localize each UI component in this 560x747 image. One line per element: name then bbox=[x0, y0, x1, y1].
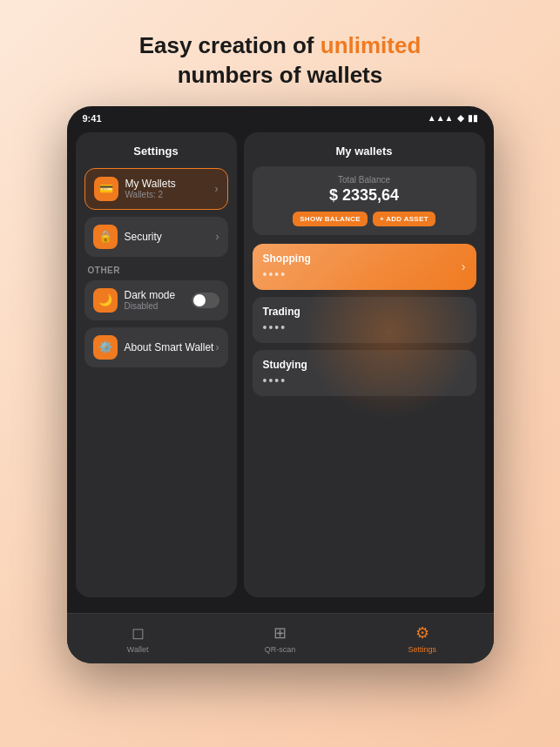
tablet-frame: 9:41 ▲▲▲ ◆ ▮▮ Settings 💳 My Wallets Wall… bbox=[67, 106, 494, 663]
my-wallets-label: My Wallets bbox=[125, 178, 215, 190]
security-label: Security bbox=[125, 231, 216, 243]
studying-dots: •••• bbox=[263, 374, 307, 387]
about-chevron: › bbox=[216, 341, 219, 353]
security-icon: 🔒 bbox=[93, 225, 118, 249]
headline-highlight: unlimited bbox=[320, 32, 422, 58]
dark-mode-sub: Disabled bbox=[125, 301, 192, 311]
dark-mode-item[interactable]: 🌙 Dark mode Disabled bbox=[84, 280, 228, 320]
nav-settings[interactable]: ⚙ Settings bbox=[351, 623, 493, 654]
bottom-nav: ◻ Wallet ⊞ QR-scan ⚙ Settings bbox=[67, 613, 494, 663]
my-wallets-text: My Wallets Wallets: 2 bbox=[125, 178, 215, 199]
shopping-name: Shopping bbox=[263, 252, 311, 265]
security-text: Security bbox=[125, 231, 216, 243]
settings-title: Settings bbox=[84, 145, 228, 158]
about-label: About Smart Wallet bbox=[125, 341, 216, 353]
headline-part2: numbers of wallets bbox=[178, 62, 383, 88]
status-icons: ▲▲▲ ◆ ▮▮ bbox=[428, 113, 478, 123]
add-asset-btn[interactable]: + ADD ASSET bbox=[373, 212, 435, 226]
settings-panel: Settings 💳 My Wallets Wallets: 2 › 🔒 Sec… bbox=[76, 132, 237, 597]
status-bar: 9:41 ▲▲▲ ◆ ▮▮ bbox=[67, 106, 494, 127]
balance-card: Total Balance $ 2335,64 SHOW BALANCE + A… bbox=[253, 166, 476, 235]
wallet-studying[interactable]: Studying •••• bbox=[253, 350, 476, 396]
page-headline: Easy creation of unlimited numbers of wa… bbox=[139, 31, 422, 91]
headline-part1: Easy creation of bbox=[139, 32, 320, 58]
wallet-trading[interactable]: Trading •••• bbox=[253, 297, 476, 343]
my-wallets-chevron: › bbox=[215, 183, 219, 195]
dark-mode-text: Dark mode Disabled bbox=[125, 289, 192, 311]
wallet-shopping[interactable]: Shopping •••• › bbox=[253, 244, 476, 290]
my-wallets-icon: 💳 bbox=[94, 177, 118, 201]
about-text: About Smart Wallet bbox=[125, 341, 216, 353]
trading-dots: •••• bbox=[263, 320, 300, 334]
trading-info: Trading •••• bbox=[263, 306, 300, 334]
wallets-title: My wallets bbox=[253, 145, 476, 158]
shopping-chevron: › bbox=[462, 259, 466, 273]
nav-qr-scan[interactable]: ⊞ QR-scan bbox=[209, 623, 351, 654]
nav-wallet[interactable]: ◻ Wallet bbox=[67, 623, 209, 654]
my-wallets-sub: Wallets: 2 bbox=[125, 190, 215, 199]
show-balance-btn[interactable]: SHOW BALANCE bbox=[293, 212, 368, 226]
wallet-nav-icon: ◻ bbox=[132, 623, 145, 643]
balance-amount: $ 2335,64 bbox=[263, 186, 466, 205]
app-content: Settings 💳 My Wallets Wallets: 2 › 🔒 Sec… bbox=[67, 127, 494, 597]
other-label: OTHER bbox=[88, 266, 225, 275]
about-icon: ⚙️ bbox=[93, 335, 118, 360]
balance-label: Total Balance bbox=[263, 175, 466, 185]
qr-scan-nav-icon: ⊞ bbox=[273, 623, 287, 643]
settings-nav-icon: ⚙ bbox=[415, 623, 429, 643]
dark-mode-toggle[interactable] bbox=[192, 293, 219, 308]
about-item[interactable]: ⚙️ About Smart Wallet › bbox=[84, 327, 228, 367]
trading-name: Trading bbox=[263, 306, 300, 318]
dark-mode-label: Dark mode bbox=[125, 289, 192, 301]
dark-mode-icon: 🌙 bbox=[93, 288, 118, 313]
studying-name: Studying bbox=[263, 359, 307, 371]
shopping-info: Shopping •••• bbox=[263, 252, 311, 281]
my-wallets-item[interactable]: 💳 My Wallets Wallets: 2 › bbox=[84, 168, 228, 210]
wallets-panel: My wallets Total Balance $ 2335,64 SHOW … bbox=[244, 132, 485, 597]
security-item[interactable]: 🔒 Security › bbox=[84, 217, 228, 257]
signal-icon: ▲▲▲ bbox=[428, 113, 454, 123]
studying-info: Studying •••• bbox=[263, 359, 307, 387]
settings-nav-label: Settings bbox=[408, 645, 437, 654]
security-chevron: › bbox=[216, 231, 219, 243]
wallet-nav-label: Wallet bbox=[127, 645, 149, 654]
balance-buttons: SHOW BALANCE + ADD ASSET bbox=[263, 212, 466, 226]
wifi-icon: ◆ bbox=[457, 113, 464, 123]
status-time: 9:41 bbox=[83, 113, 102, 124]
qr-scan-nav-label: QR-scan bbox=[265, 645, 296, 654]
shopping-dots: •••• bbox=[263, 267, 311, 281]
battery-icon: ▮▮ bbox=[468, 113, 478, 123]
